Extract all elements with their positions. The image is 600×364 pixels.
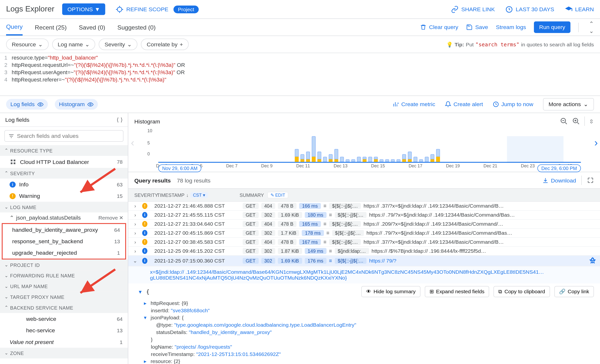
options-button[interactable]: OPTIONS ▼	[62, 3, 105, 15]
section-targetproxy[interactable]: ⌄TARGET PROXY NAME	[0, 292, 128, 302]
hist-end-flag[interactable]: Dec 29, 6:00 PM	[537, 164, 581, 172]
th-severity[interactable]: Severity	[132, 191, 150, 199]
fields-search-input[interactable]	[17, 133, 120, 139]
filter-icon[interactable]: ≡	[329, 212, 332, 218]
hist-bar[interactable]	[385, 159, 389, 162]
hist-bar[interactable]	[300, 154, 304, 162]
share-link[interactable]: SHARE LINK	[451, 5, 495, 13]
hist-bar[interactable]	[402, 154, 406, 162]
chevron-right-icon[interactable]: ›	[132, 239, 139, 245]
tab-recent[interactable]: Recent (25)	[35, 20, 67, 35]
hist-bar[interactable]	[408, 152, 412, 162]
hist-bar[interactable]	[397, 159, 400, 162]
field-value-3[interactable]: upgrade_header_rejected1	[3, 247, 125, 259]
hist-next[interactable]: ›	[594, 137, 598, 149]
section-severity[interactable]: ⌃SEVERITY	[0, 168, 128, 179]
hist-bar[interactable]	[340, 157, 344, 162]
copy-clipboard[interactable]: ⧉Copy to clipboard	[494, 286, 550, 297]
log-row[interactable]: ›!2021-12-27 21:33:04.640 CSTGET404478 B…	[128, 220, 600, 229]
fields-search[interactable]	[4, 130, 123, 142]
value-not-present[interactable]: Value not present1	[0, 336, 128, 348]
code-body[interactable]: resource.type="http_load_balancer"httpRe…	[12, 55, 185, 96]
pin-icon[interactable]	[589, 257, 597, 265]
chevron-right-icon[interactable]: ›	[132, 212, 139, 218]
hist-brush[interactable]	[507, 136, 564, 163]
learn-link[interactable]: LEARN	[565, 5, 594, 13]
query-editor[interactable]: 1234 resource.type="http_load_balancer"h…	[0, 53, 600, 96]
zoom-in-icon[interactable]	[572, 117, 580, 125]
hist-bar[interactable]	[430, 154, 434, 162]
hist-bar[interactable]	[419, 159, 423, 162]
tab-query[interactable]: Query	[6, 19, 23, 35]
tab-suggested[interactable]: Suggested (0)	[117, 20, 156, 35]
sev-warn-row[interactable]: ! Warning 15	[0, 190, 128, 202]
fullscreen-icon[interactable]	[587, 177, 594, 184]
chevron-right-icon[interactable]: ›	[132, 248, 139, 254]
section-zone[interactable]: ⌄ZONE	[0, 348, 128, 358]
hist-bar[interactable]	[329, 154, 333, 162]
download-button[interactable]: Download	[542, 177, 576, 183]
hist-bar[interactable]	[425, 157, 429, 162]
tab-saved[interactable]: Saved (0)	[79, 20, 105, 35]
filter-icon[interactable]: ≡	[329, 258, 332, 264]
remove-field[interactable]: Remove✕	[98, 215, 123, 221]
refine-scope-button[interactable]: REFINE SCOPE	[116, 5, 168, 13]
toggle-logfields[interactable]: Log fields	[6, 99, 48, 110]
field-value-1[interactable]: handled_by_identity_aware_proxy64	[3, 224, 125, 235]
section-backend[interactable]: ⌃BACKEND SERVICE NAME	[0, 302, 128, 313]
chip-correlate[interactable]: Correlate by+	[141, 39, 189, 50]
hist-bar[interactable]	[351, 159, 355, 162]
save-query[interactable]: Save	[466, 24, 488, 30]
hist-bar[interactable]	[295, 149, 299, 162]
log-row-expanded[interactable]: ⌄ i 2021-12-25 07:15:00.360 CST GET 302 …	[128, 256, 600, 266]
create-alert[interactable]: Create alert	[445, 101, 483, 107]
section-resource-type[interactable]: ⌃RESOURCE TYPE	[0, 145, 128, 156]
hist-start-flag[interactable]: Nov 29, 6:00 AM	[158, 164, 201, 172]
jump-to-now[interactable]: Jump to now	[492, 101, 533, 107]
hist-prev[interactable]: ‹	[131, 137, 134, 149]
stream-logs[interactable]: Stream logs	[496, 24, 526, 30]
log-row[interactable]: ›i2021-12-27 21:45:55.115 CSTGET3021.69 …	[128, 211, 600, 220]
filter-icon[interactable]: ≡	[323, 239, 327, 245]
hist-bar[interactable]	[357, 157, 361, 162]
section-urlmap[interactable]: ⌄URL MAP NAME	[0, 281, 128, 292]
chevron-down-icon[interactable]: ▾	[139, 288, 142, 295]
hist-bar[interactable]	[346, 159, 350, 162]
log-row[interactable]: ›i2021-12-27 00:45:15.869 CSTGET3021.7 K…	[128, 229, 600, 238]
filter-icon[interactable]: ≡	[326, 230, 330, 236]
hist-bar[interactable]	[391, 159, 395, 162]
toggle-histogram[interactable]: Histogram	[55, 99, 98, 110]
expand-collapse-icons[interactable]: ⌃ ⌄	[589, 20, 594, 34]
chip-logname[interactable]: Log name⌄	[52, 39, 95, 50]
panel-expand-icon[interactable]: ⟨ ⟩	[117, 116, 122, 123]
field-value-2[interactable]: response_sent_by_backend13	[3, 235, 125, 247]
edit-summary[interactable]: ✎EDIT	[267, 192, 288, 198]
chevron-right-icon[interactable]: ›	[132, 203, 139, 209]
timezone-chip[interactable]: CST▾	[190, 192, 208, 198]
hist-bar[interactable]	[436, 149, 440, 162]
chevron-right-icon[interactable]: ›	[132, 230, 139, 236]
hist-bar[interactable]	[363, 157, 367, 162]
json-body[interactable]: ▸ httpRequest: {9} insertId: "sve388fc68…	[128, 300, 600, 364]
hide-summary[interactable]: 👁Hide log summary	[361, 286, 420, 297]
section-fwd[interactable]: ⌄FORWARDING RULE NAME	[0, 270, 128, 281]
section-project[interactable]: ⌄PROJECT ID	[0, 260, 128, 270]
time-range[interactable]: LAST 30 DAYS	[505, 5, 554, 13]
expand-icon[interactable]: ⇳	[589, 118, 594, 124]
hist-bar[interactable]	[374, 157, 378, 162]
hist-bar[interactable]	[306, 152, 310, 162]
create-metric[interactable]: Create metric	[393, 101, 435, 107]
log-row[interactable]: ›!2021-12-27 00:38:45.583 CSTGET404478 B…	[128, 238, 600, 247]
copy-link[interactable]: 🔗Copy link	[554, 286, 594, 297]
more-actions[interactable]: More actions ⌄	[543, 98, 594, 111]
hist-bar[interactable]	[413, 157, 417, 162]
run-query-button[interactable]: Run query	[534, 21, 570, 33]
scope-pill[interactable]: Project	[174, 5, 199, 13]
filter-icon[interactable]: ≡	[323, 203, 327, 209]
zoom-out-icon[interactable]	[560, 117, 568, 125]
hist-bar[interactable]	[368, 157, 372, 162]
filter-icon[interactable]: ≡	[323, 221, 327, 227]
th-timestamp[interactable]: Timestamp ↓ CST▾	[154, 191, 233, 199]
hist-bar[interactable]	[380, 159, 383, 162]
chevron-right-icon[interactable]: ›	[132, 221, 139, 227]
